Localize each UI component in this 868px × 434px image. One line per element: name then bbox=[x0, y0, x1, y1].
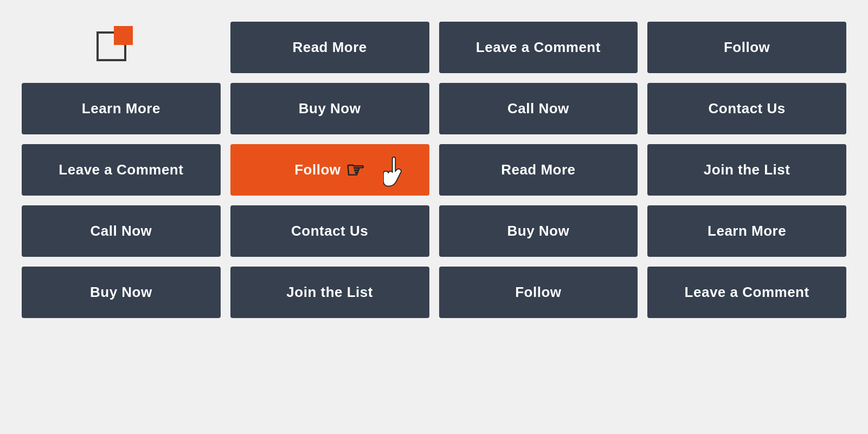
read-more-button-r3[interactable]: Read More bbox=[439, 144, 638, 196]
follow-button-r5[interactable]: Follow bbox=[439, 267, 638, 318]
leave-a-comment-button-r3[interactable]: Leave a Comment bbox=[22, 144, 221, 196]
follow-label: Follow bbox=[294, 161, 340, 178]
learn-more-button-r4[interactable]: Learn More bbox=[647, 205, 846, 257]
buy-now-button-r4[interactable]: Buy Now bbox=[439, 205, 638, 257]
contact-us-button-r4[interactable]: Contact Us bbox=[230, 205, 429, 257]
follow-button-highlighted-r3[interactable]: Follow ☞ bbox=[230, 144, 429, 196]
call-now-button-r2[interactable]: Call Now bbox=[439, 83, 638, 134]
logo-icon bbox=[97, 26, 145, 69]
logo-filled-square bbox=[114, 26, 133, 45]
call-now-button-r4[interactable]: Call Now bbox=[22, 205, 221, 257]
contact-us-button-r2[interactable]: Contact Us bbox=[647, 83, 846, 134]
buy-now-button-r2[interactable]: Buy Now bbox=[230, 83, 429, 134]
join-the-list-button-r3[interactable]: Join the List bbox=[647, 144, 846, 196]
learn-more-button-r2[interactable]: Learn More bbox=[22, 83, 221, 134]
follow-button-r1[interactable]: Follow bbox=[647, 22, 846, 73]
cursor-hand-icon: ☞ bbox=[345, 158, 365, 183]
join-the-list-button-r5[interactable]: Join the List bbox=[230, 267, 429, 318]
read-more-button-r1[interactable]: Read More bbox=[230, 22, 429, 73]
buy-now-button-r5[interactable]: Buy Now bbox=[22, 267, 221, 318]
leave-a-comment-button-r1[interactable]: Leave a Comment bbox=[439, 22, 638, 73]
leave-a-comment-button-r5[interactable]: Leave a Comment bbox=[647, 267, 846, 318]
button-grid: Read More Leave a Comment Follow Learn M… bbox=[22, 22, 846, 318]
logo-area bbox=[22, 22, 221, 73]
